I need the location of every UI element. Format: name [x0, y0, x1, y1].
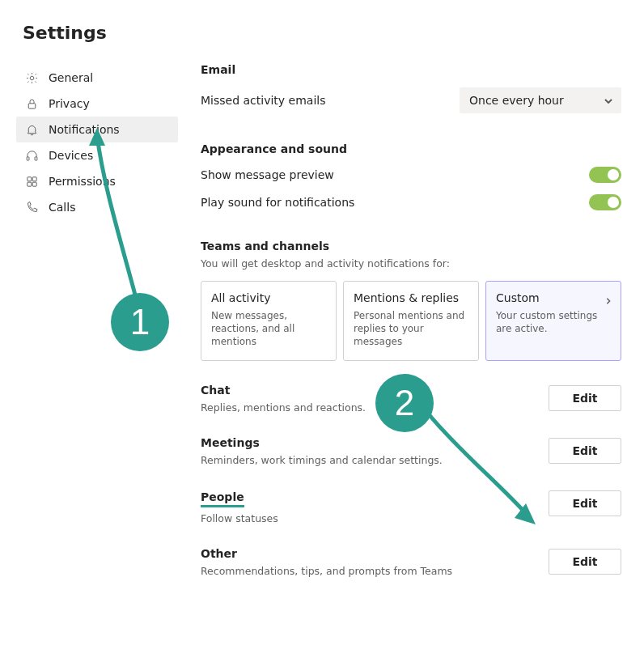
- bell-icon: [24, 122, 39, 137]
- chat-title: Chat: [201, 384, 549, 397]
- section-appearance-title: Appearance and sound: [201, 142, 621, 155]
- card-all-activity[interactable]: All activity New messages, reactions, an…: [201, 281, 337, 361]
- close-button[interactable]: [599, 19, 625, 45]
- meetings-sub: Reminders, work timings and calendar set…: [201, 454, 549, 466]
- svg-rect-2: [27, 156, 29, 159]
- card-desc: Personal mentions and replies to your me…: [354, 309, 468, 349]
- svg-rect-5: [32, 176, 36, 180]
- sidebar-item-devices[interactable]: Devices: [16, 142, 178, 168]
- chat-sub: Replies, mentions and reactions.: [201, 401, 549, 414]
- chevron-right-icon: [604, 293, 612, 308]
- main-panel: Email Missed activity emails Once every …: [178, 55, 625, 596]
- lock-icon: [24, 96, 39, 111]
- section-teams-title: Teams and channels: [201, 240, 621, 252]
- sidebar-item-general[interactable]: General: [16, 65, 178, 91]
- card-mentions-replies[interactable]: Mentions & replies Personal mentions and…: [343, 281, 479, 361]
- people-sub: Follow statuses: [201, 512, 549, 524]
- svg-rect-6: [27, 182, 31, 186]
- sidebar-item-label: Notifications: [49, 123, 120, 136]
- sidebar-item-label: General: [49, 71, 93, 84]
- teams-subtext: You will get desktop and activity notifi…: [201, 257, 621, 269]
- phone-icon: [24, 200, 39, 214]
- svg-rect-3: [35, 156, 37, 159]
- select-value: Once every hour: [469, 94, 564, 107]
- meetings-edit-button[interactable]: Edit: [549, 438, 621, 464]
- headset-icon: [24, 148, 39, 163]
- sidebar-item-permissions[interactable]: Permissions: [16, 168, 178, 194]
- message-preview-label: Show message preview: [201, 168, 334, 181]
- people-title: People: [201, 490, 244, 507]
- chevron-down-icon: [604, 95, 613, 105]
- missed-emails-select[interactable]: Once every hour: [460, 87, 621, 113]
- apps-icon: [24, 174, 39, 189]
- sidebar: General Privacy Notifications Devices: [16, 55, 178, 596]
- svg-rect-1: [28, 103, 36, 108]
- card-desc: Your custom settings are active.: [496, 309, 611, 335]
- page-title: Settings: [23, 23, 107, 43]
- svg-rect-7: [32, 182, 36, 186]
- card-title: Custom: [496, 291, 611, 304]
- sidebar-item-label: Calls: [49, 201, 75, 214]
- card-desc: New messages, reactions, and all mention…: [211, 309, 326, 349]
- svg-rect-4: [27, 176, 31, 180]
- message-preview-toggle[interactable]: [589, 167, 621, 183]
- card-title: Mentions & replies: [354, 291, 468, 304]
- other-title: Other: [201, 547, 549, 560]
- sidebar-item-label: Devices: [49, 149, 93, 162]
- sidebar-item-calls[interactable]: Calls: [16, 194, 178, 220]
- sidebar-item-label: Permissions: [49, 175, 116, 188]
- sidebar-item-notifications[interactable]: Notifications: [16, 117, 178, 142]
- meetings-title: Meetings: [201, 436, 549, 449]
- people-edit-button[interactable]: Edit: [549, 490, 621, 516]
- sidebar-item-privacy[interactable]: Privacy: [16, 91, 178, 117]
- svg-point-0: [30, 76, 34, 80]
- card-custom[interactable]: Custom Your custom settings are active.: [485, 281, 621, 361]
- section-email-title: Email: [201, 63, 621, 76]
- other-edit-button[interactable]: Edit: [549, 549, 621, 575]
- missed-emails-label: Missed activity emails: [201, 94, 325, 107]
- sidebar-item-label: Privacy: [49, 97, 90, 110]
- card-title: All activity: [211, 291, 326, 304]
- play-sound-label: Play sound for notifications: [201, 196, 354, 209]
- other-sub: Recommendations, tips, and prompts from …: [201, 565, 549, 577]
- gear-icon: [24, 70, 39, 85]
- chat-edit-button[interactable]: Edit: [549, 385, 621, 411]
- play-sound-toggle[interactable]: [589, 194, 621, 210]
